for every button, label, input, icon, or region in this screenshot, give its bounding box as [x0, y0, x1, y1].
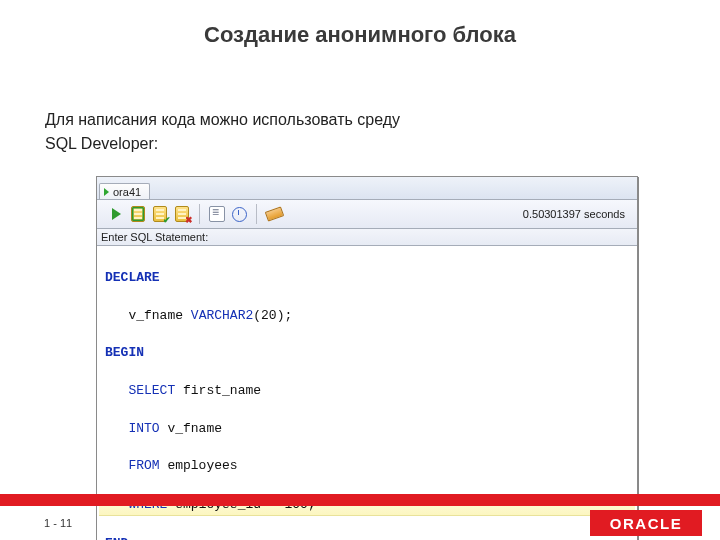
execute-explain-icon[interactable]: [230, 205, 248, 223]
oracle-logo: ORACLE: [590, 510, 702, 536]
body-line-2: SQL Developer:: [45, 132, 660, 156]
sqldeveloper-screenshot: ora41 0.50301397 seconds Enter SQL State…: [96, 176, 638, 540]
kw-select: SELECT: [105, 383, 175, 398]
kw-declare: DECLARE: [105, 270, 160, 285]
rollback-icon[interactable]: [173, 205, 191, 223]
execution-time: 0.50301397 seconds: [523, 208, 633, 220]
run-icon[interactable]: [107, 205, 125, 223]
run-script-icon[interactable]: [129, 205, 147, 223]
kw-begin: BEGIN: [105, 345, 144, 360]
commit-icon[interactable]: [151, 205, 169, 223]
code-text: (20);: [253, 308, 292, 323]
tab-label: ora41: [113, 186, 141, 198]
accent-bar: [0, 494, 720, 506]
toolbar-separator: [256, 204, 257, 224]
kw-varchar2: VARCHAR2: [191, 308, 253, 323]
body-text: Для написания кода можно использовать ср…: [45, 108, 660, 156]
toolbar-separator: [199, 204, 200, 224]
tab-strip: ora41: [97, 177, 637, 200]
toolbar: 0.50301397 seconds: [97, 200, 637, 229]
code-text: v_fname: [105, 308, 191, 323]
code-text: first_name: [175, 383, 261, 398]
code-text: employees: [160, 458, 238, 473]
kw-from: FROM: [105, 458, 160, 473]
worksheet-tab[interactable]: ora41: [99, 183, 150, 199]
slide-title: Создание анонимного блока: [0, 22, 720, 48]
run-indicator-icon: [104, 188, 109, 196]
prompt-label: Enter SQL Statement:: [97, 229, 637, 246]
body-line-1: Для написания кода можно использовать ср…: [45, 108, 660, 132]
clear-icon[interactable]: [265, 205, 283, 223]
sql-history-icon[interactable]: [208, 205, 226, 223]
kw-into: INTO: [105, 421, 160, 436]
page-number: 1 - 11: [44, 517, 72, 529]
footer: 1 - 11 ORACLE: [0, 506, 720, 540]
code-text: v_fname: [160, 421, 222, 436]
